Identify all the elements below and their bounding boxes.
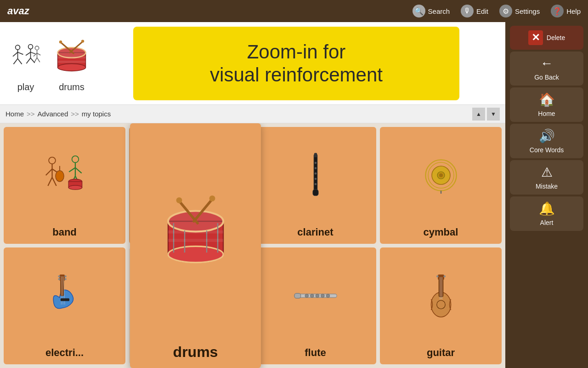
search-button[interactable]: 🔍 Search <box>413 5 450 17</box>
breadcrumb-my-topics[interactable]: my topics <box>82 110 111 118</box>
delete-x-icon: ✕ <box>528 30 543 45</box>
app-title: avaz <box>7 5 401 17</box>
home-label: Home <box>538 110 555 117</box>
svg-rect-24 <box>58 61 86 63</box>
svg-line-17 <box>37 58 40 62</box>
electric-guitar-label: electri... <box>45 347 84 359</box>
svg-point-72 <box>64 278 67 281</box>
delete-button[interactable]: ✕ Delete <box>510 26 583 50</box>
phrase-bar: play <box>0 22 505 105</box>
svg-point-69 <box>58 275 60 277</box>
alert-label: Alert <box>540 219 554 226</box>
grid-cell-flute[interactable]: flute <box>254 247 376 364</box>
guitar-label: guitar <box>427 347 455 359</box>
grid-cell-cymbal[interactable]: cymbal <box>380 127 502 244</box>
top-bar: avaz 🔍 Search 🎙 Edit ⚙ Settings ❓ Help <box>0 0 588 22</box>
svg-point-56 <box>314 167 317 169</box>
main-layout: play <box>0 22 588 368</box>
svg-point-6 <box>28 45 33 49</box>
svg-line-2 <box>13 52 18 57</box>
svg-point-57 <box>314 172 317 175</box>
band-icon <box>4 127 125 224</box>
svg-point-27 <box>59 40 62 43</box>
flute-icon <box>254 247 376 344</box>
guitar-icon <box>380 247 502 344</box>
breadcrumb-sep2: >> <box>71 110 79 118</box>
mistake-button[interactable]: ⚠ Mistake <box>510 160 583 195</box>
home-button[interactable]: 🏠 Home <box>510 87 583 122</box>
grid-area: band <box>0 123 505 368</box>
edit-icon: 🎙 <box>461 5 474 17</box>
mistake-icon: ⚠ <box>541 165 553 180</box>
nav-up-button[interactable]: ▲ <box>472 108 485 121</box>
svg-point-12 <box>35 46 39 50</box>
svg-point-20 <box>58 63 86 71</box>
phrase-word-drums[interactable]: drums <box>53 34 90 92</box>
svg-point-70 <box>58 278 60 281</box>
alert-bell-icon: 🔔 <box>539 201 555 216</box>
phrase-word-play[interactable]: play <box>7 34 44 92</box>
grid-cell-band[interactable]: band <box>4 127 125 244</box>
help-icon: ❓ <box>551 5 564 17</box>
grid-cell-clarinet[interactable]: clarinet <box>254 127 376 244</box>
help-button[interactable]: ❓ Help <box>551 5 581 17</box>
svg-point-79 <box>305 294 308 298</box>
svg-point-29 <box>49 157 56 164</box>
band-label: band <box>52 226 77 238</box>
zoom-overlay: Zoom-in forvisual reinforcement <box>133 27 459 100</box>
flute-svg-icon <box>293 282 339 310</box>
flute-label: flute <box>305 347 326 359</box>
svg-rect-23 <box>58 56 86 58</box>
right-sidebar: ✕ Delete ← Go Back 🏠 Home 🔊 Core Words ⚠… <box>505 22 588 368</box>
core-words-button[interactable]: 🔊 Core Words <box>510 124 583 158</box>
breadcrumb: Home >> Advanced >> my topics ▲ ▼ <box>0 105 505 123</box>
clarinet-label: clarinet <box>297 226 333 238</box>
zoom-text: Zoom-in forvisual reinforcement <box>210 40 383 87</box>
svg-point-37 <box>72 156 79 163</box>
grid-cell-guitar[interactable]: guitar <box>380 247 502 364</box>
guitar-svg-icon <box>423 273 459 319</box>
phrase-drums-label: drums <box>59 82 85 92</box>
drums-big-svg-icon <box>159 196 232 269</box>
core-words-label: Core Words <box>530 146 564 154</box>
breadcrumb-advanced[interactable]: Advanced <box>38 110 68 118</box>
svg-line-31 <box>45 169 52 175</box>
svg-rect-68 <box>59 275 65 281</box>
go-back-button[interactable]: ← Go Back <box>510 52 583 86</box>
cymbal-icon <box>380 127 502 224</box>
svg-rect-60 <box>314 153 317 157</box>
go-back-label: Go Back <box>534 74 559 81</box>
breadcrumb-home[interactable]: Home <box>6 110 24 118</box>
svg-point-80 <box>310 294 314 298</box>
svg-line-15 <box>37 53 41 55</box>
svg-point-90 <box>443 275 446 277</box>
svg-point-55 <box>314 162 317 164</box>
svg-point-58 <box>314 178 317 180</box>
svg-rect-78 <box>294 293 300 299</box>
edit-button[interactable]: 🎙 Edit <box>461 5 488 17</box>
grid-cell-drums-zoomed[interactable]: drums <box>130 123 261 368</box>
svg-point-28 <box>81 40 84 42</box>
svg-point-65 <box>439 173 443 177</box>
svg-point-82 <box>321 294 324 298</box>
svg-rect-76 <box>60 298 69 301</box>
nav-down-button[interactable]: ▼ <box>487 108 500 121</box>
svg-point-35 <box>55 171 63 182</box>
svg-line-11 <box>31 58 35 63</box>
svg-point-71 <box>64 275 67 277</box>
electric-guitar-svg-icon <box>46 273 83 319</box>
grid-cell-electric-guitar[interactable]: electri... <box>4 247 125 364</box>
back-arrow-icon: ← <box>540 56 553 71</box>
svg-line-16 <box>34 58 37 63</box>
electric-guitar-icon <box>4 247 125 344</box>
cymbal-label: cymbal <box>424 226 458 238</box>
svg-line-10 <box>26 58 30 63</box>
svg-point-0 <box>16 45 20 50</box>
settings-button[interactable]: ⚙ Settings <box>499 5 540 17</box>
play-icon-box <box>7 34 44 80</box>
nav-arrows: ▲ ▼ <box>472 108 500 121</box>
svg-point-83 <box>326 294 330 298</box>
drums-phrase-icon <box>53 39 90 75</box>
alert-button[interactable]: 🔔 Alert <box>510 196 583 231</box>
clarinet-svg-icon <box>302 152 329 198</box>
